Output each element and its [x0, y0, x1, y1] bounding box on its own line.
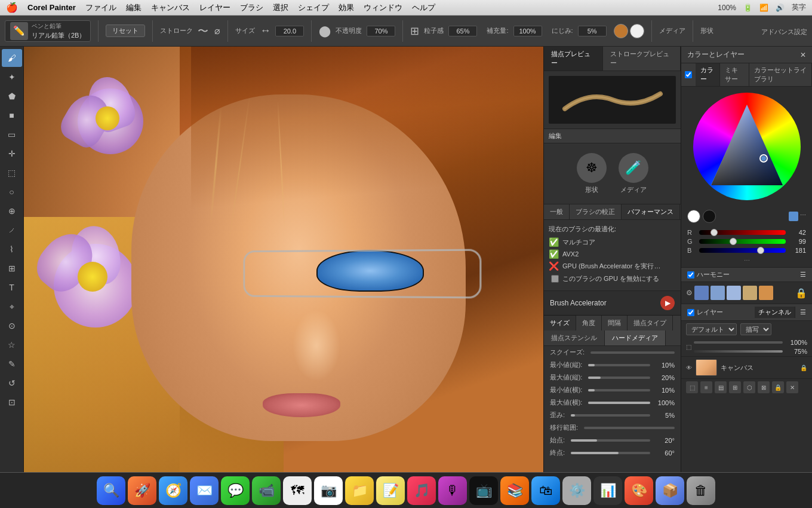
color-checkbox[interactable]	[685, 71, 692, 78]
layer-bottom-icon-2[interactable]: ≡	[700, 381, 712, 393]
select-tool-btn[interactable]: ⬚	[2, 164, 22, 182]
rotate-tool-btn[interactable]: ↺	[2, 374, 22, 392]
tab-color[interactable]: カラー	[696, 63, 720, 86]
layer-bottom-icon-5[interactable]: ⬡	[743, 381, 755, 393]
dock-actmon[interactable]: 📊	[593, 476, 622, 505]
dock-notes[interactable]: 📁	[345, 476, 374, 505]
dock-podcasts[interactable]: 🎙	[438, 476, 467, 505]
clone-tool-btn[interactable]: ⊞	[2, 259, 22, 277]
dock-photos[interactable]: 📷	[314, 476, 343, 505]
color-chip-bg[interactable]	[630, 24, 644, 38]
g-slider-track[interactable]	[699, 239, 786, 244]
color-panel-close-icon[interactable]: ✕	[800, 51, 806, 59]
dock-safari[interactable]: 🧭	[159, 476, 187, 505]
dock-facetime[interactable]: 📹	[252, 476, 281, 505]
stencil-tab-dab[interactable]: 描点ステンシル	[544, 330, 605, 345]
dock-settings[interactable]: ⚙️	[562, 476, 591, 505]
apple-menu[interactable]: 🍎	[6, 2, 18, 13]
color-wheel[interactable]	[693, 93, 801, 200]
move-tool-btn[interactable]: ✛	[2, 145, 22, 163]
dock-finder[interactable]: 🔍	[97, 476, 125, 505]
menu-item-window[interactable]: ウィンドウ	[364, 2, 402, 13]
crop-tool-btn[interactable]: ⊕	[2, 202, 22, 220]
b-slider-track[interactable]	[699, 248, 786, 253]
layer-trash-icon[interactable]: ✕	[786, 381, 798, 393]
menu-item-edit[interactable]: 編集	[126, 2, 142, 13]
shape-item[interactable]: ☸ 形状	[577, 153, 607, 194]
eyedropper-tool-btn[interactable]: T	[2, 279, 22, 296]
color-chip-fg[interactable]	[614, 24, 628, 38]
harmony-checkbox[interactable]	[687, 271, 694, 279]
menu-item-select[interactable]: 選択	[273, 2, 288, 13]
layer-mode-select[interactable]: 描写	[740, 323, 771, 335]
transition-slider[interactable]	[584, 427, 675, 429]
brush-tool-btn[interactable]: 🖌	[2, 49, 22, 67]
granularity-input[interactable]	[448, 26, 477, 36]
harmony-swatch-5[interactable]	[759, 286, 773, 300]
tab-mixer[interactable]: ミキサー	[720, 63, 749, 86]
text-tool-btn[interactable]: ▭	[2, 126, 22, 143]
display-opacity-track[interactable]	[694, 350, 783, 353]
menu-item-effect[interactable]: 効果	[339, 2, 354, 13]
dock-painter[interactable]: 🎨	[625, 476, 653, 505]
layer-bottom-icon-4[interactable]: ⊞	[729, 381, 741, 393]
squeeze-slider[interactable]	[590, 351, 675, 354]
layer-bottom-icon-7[interactable]: 🔒	[772, 381, 784, 393]
dock-appstore[interactable]: 🛍	[531, 476, 560, 505]
opacity-input[interactable]	[367, 26, 395, 36]
dock-launchpad[interactable]: 🚀	[128, 476, 156, 505]
opacity-track[interactable]	[694, 341, 783, 344]
fill-input[interactable]	[513, 26, 542, 36]
color-wheel-container[interactable]	[681, 87, 812, 206]
harmony-menu-icon[interactable]: ☰	[800, 271, 806, 279]
eraser-tool-btn[interactable]: ✦	[2, 68, 22, 86]
end-slider[interactable]	[571, 452, 650, 454]
smear-tool-btn[interactable]: ⟋	[2, 221, 22, 239]
menu-item-brush[interactable]: ブラシ	[240, 2, 263, 13]
max-h-slider[interactable]	[588, 402, 650, 404]
dock-tv[interactable]: 📺	[469, 476, 498, 505]
pen-tool-btn[interactable]: ✎	[2, 355, 22, 373]
hand-tool-btn[interactable]: ☆	[2, 336, 22, 354]
layer-menu-icon[interactable]: ☰	[800, 308, 806, 316]
size-tab-angle[interactable]: 角度	[576, 316, 602, 330]
distort-slider[interactable]	[571, 414, 650, 417]
tab-stroke-preview[interactable]: ストロークプレビュー	[603, 47, 681, 71]
menu-item-help[interactable]: ヘルプ	[412, 2, 435, 13]
max-v-slider[interactable]	[588, 377, 650, 379]
harmony-settings-icon[interactable]: ⚙	[686, 289, 693, 297]
layer-checkbox[interactable]	[687, 309, 694, 316]
brush-accel-button[interactable]: ▶	[660, 296, 675, 310]
dock-messages[interactable]: 💬	[221, 476, 250, 505]
size-tab-spacing[interactable]: 間隔	[602, 316, 628, 330]
tab-general[interactable]: 一般	[544, 204, 570, 219]
menu-item-shape[interactable]: シェイプ	[298, 2, 329, 13]
min-h-slider[interactable]	[588, 389, 650, 391]
tab-library[interactable]: カラーセットライブラリ	[749, 63, 812, 86]
harmony-swatch-1[interactable]	[694, 286, 709, 300]
dock-maps[interactable]: 🗺	[283, 476, 312, 505]
harmony-swatch-2[interactable]	[710, 286, 725, 300]
channel-tab[interactable]: チャンネル	[755, 307, 795, 318]
tab-performance[interactable]: パフォーマンス	[622, 204, 680, 219]
swatch-white[interactable]	[687, 210, 700, 223]
dock-music[interactable]: 🎵	[407, 476, 436, 505]
dock-mail[interactable]: ✉️	[190, 476, 219, 505]
dock-stickies[interactable]: 📝	[376, 476, 405, 505]
size-tab-size[interactable]: サイズ	[544, 316, 576, 330]
r-slider-track[interactable]	[699, 230, 786, 235]
size-tab-type[interactable]: 描点タイプ	[628, 316, 673, 330]
harmony-swatch-4[interactable]	[743, 286, 757, 300]
min-v-slider[interactable]	[588, 364, 650, 366]
layer-bottom-icon-1[interactable]: ⬚	[686, 381, 698, 393]
dock-books[interactable]: 📚	[500, 476, 529, 505]
color-options-icon[interactable]: ⋯	[800, 212, 806, 221]
blur-tool-btn[interactable]: ⌇	[2, 240, 22, 258]
dock-trash[interactable]: 🗑	[687, 476, 715, 505]
paint-tool-btn[interactable]: ⬟	[2, 87, 22, 105]
canvas-area[interactable]	[24, 47, 543, 472]
harmony-swatch-3[interactable]	[727, 286, 741, 300]
text-tool-btn2[interactable]: ⌖	[2, 298, 22, 316]
layer-blend-select[interactable]: デフォルト	[686, 323, 737, 335]
zoom-tool-btn[interactable]: ⊙	[2, 317, 22, 335]
